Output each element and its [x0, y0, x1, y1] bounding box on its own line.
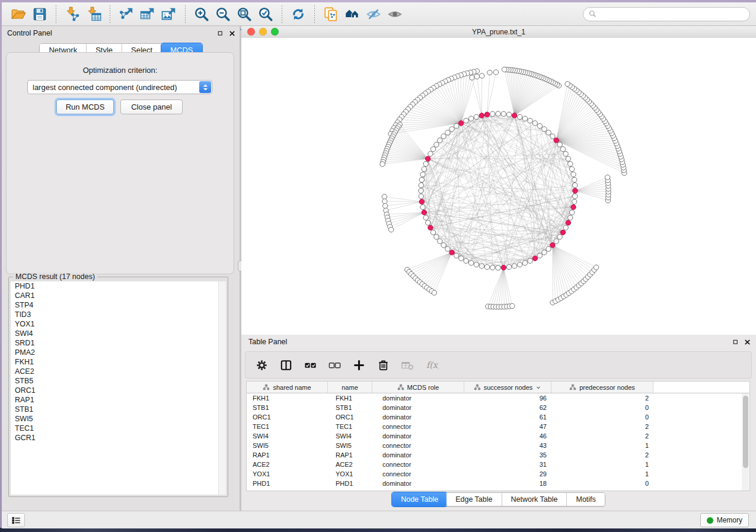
mcds-result-item[interactable]: TID3: [11, 310, 219, 319]
table-scrollbar[interactable]: [742, 393, 749, 491]
column-header-predecessor-nodes[interactable]: predecessor nodes: [551, 382, 653, 393]
table-body: FKH1FKH1dominator962STB1STB1dominator620…: [247, 393, 749, 488]
first-neighbors-icon: [344, 7, 360, 22]
mcds-result-item[interactable]: SRD1: [11, 338, 219, 348]
search-input[interactable]: [597, 9, 745, 19]
network-graph[interactable]: [241, 38, 756, 335]
mcds-panel: Optimization criterion: largest connecte…: [6, 52, 234, 274]
table-row[interactable]: ORC1ORC1dominator610: [247, 412, 749, 422]
delete-column-button[interactable]: [373, 355, 393, 375]
close-table-panel-icon[interactable]: [743, 338, 751, 346]
table-row[interactable]: FKH1FKH1dominator962: [247, 393, 749, 403]
mcds-result-item[interactable]: GCR1: [11, 433, 219, 443]
tab-edge-table[interactable]: Edge Table: [446, 493, 502, 506]
close-window-icon[interactable]: [247, 28, 255, 36]
first-neighbors-button[interactable]: [342, 5, 363, 24]
table-row[interactable]: YOX1YOX1connector291: [247, 469, 749, 479]
export-image-button[interactable]: [158, 5, 180, 24]
control-panel: Control Panel NetworkStyleSelectMCDS Opt…: [2, 26, 240, 511]
table-row[interactable]: SWI4SWI4dominator462: [247, 431, 749, 441]
import-network-button[interactable]: [62, 5, 83, 24]
minimize-window-icon[interactable]: [259, 28, 267, 36]
mcds-result-item[interactable]: STB1: [11, 405, 219, 414]
export-table-button[interactable]: [137, 5, 158, 24]
float-table-panel-icon[interactable]: [731, 338, 739, 346]
save-session-button[interactable]: [29, 5, 50, 24]
mcds-result-item[interactable]: PHD1: [11, 281, 219, 291]
mcds-result-item[interactable]: FKH1: [11, 357, 219, 367]
mcds-result-item[interactable]: CAR1: [11, 291, 219, 300]
table-tabbar: Node TableEdge TableNetwork TableMotifs: [241, 492, 756, 507]
close-panel-icon[interactable]: [228, 29, 236, 37]
zoom-fit-button[interactable]: [234, 5, 255, 24]
table-row[interactable]: SWI5SWI5connector431: [247, 441, 749, 450]
table-row[interactable]: STB1STB1dominator620: [247, 403, 749, 412]
tab-motifs[interactable]: Motifs: [567, 493, 604, 506]
mcds-result-item[interactable]: SWI5: [11, 414, 219, 424]
memory-label: Memory: [717, 516, 742, 524]
tab-node-table[interactable]: Node Table: [392, 492, 447, 507]
show-all-button[interactable]: [384, 5, 406, 24]
table-row[interactable]: PHD1PHD1dominator180: [247, 479, 749, 488]
table-scrollbar-thumb[interactable]: [743, 396, 748, 468]
mcds-result-item[interactable]: SWI4: [11, 329, 219, 338]
column-header-shared-name[interactable]: shared name: [247, 382, 328, 393]
table-cell: ORC1: [247, 412, 328, 422]
column-header-MCDS-role[interactable]: MCDS role: [372, 382, 464, 393]
maximize-window-icon[interactable]: [271, 28, 279, 36]
export-network-button[interactable]: [116, 5, 137, 24]
mcds-result-item[interactable]: TEC1: [11, 424, 219, 433]
criterion-dropdown[interactable]: largest connected component (undirected): [27, 80, 212, 94]
mcds-result-scrollbar[interactable]: [218, 281, 226, 495]
table-cell: 46: [464, 431, 551, 441]
close-mcds-panel-button[interactable]: Close panel: [120, 100, 183, 114]
select-all-columns-button[interactable]: [300, 355, 320, 375]
table-cell: 62: [464, 403, 551, 412]
new-network-from-selection-button[interactable]: [320, 5, 342, 24]
import-table-button[interactable]: [83, 5, 104, 24]
mcds-result-item[interactable]: ORC1: [11, 386, 219, 395]
table-cell: 2: [551, 422, 653, 431]
table-row[interactable]: TEC1TEC1connector472: [247, 422, 749, 431]
column-header-name[interactable]: name: [328, 382, 372, 393]
zoom-selected-button[interactable]: [255, 5, 276, 24]
table-row[interactable]: RAP1RAP1dominator352: [247, 450, 749, 460]
memory-button[interactable]: Memory: [700, 513, 749, 527]
mcds-result-item[interactable]: ACE2: [11, 367, 219, 376]
refresh-button[interactable]: [288, 5, 309, 24]
mcds-result-item[interactable]: RAP1: [11, 395, 219, 405]
run-mcds-button[interactable]: Run MCDS: [56, 100, 114, 114]
node-table[interactable]: shared namenameMCDS rolesuccessor nodesp…: [246, 381, 750, 491]
import-network-icon: [65, 7, 80, 22]
hide-selected-button[interactable]: [363, 5, 384, 24]
hide-selected-icon: [366, 7, 381, 22]
tab-network-table[interactable]: Network Table: [502, 493, 567, 506]
mcds-result-list[interactable]: PHD1CAR1STP4TID3YOX1SWI4SRD1PMA2FKH1ACE2…: [11, 281, 219, 495]
open-file-button[interactable]: [8, 5, 29, 24]
optimization-criterion-label: Optimization criterion:: [7, 66, 234, 75]
task-history-button[interactable]: [7, 513, 25, 527]
table-row[interactable]: ACE2ACE2connector311: [247, 460, 749, 469]
search-box[interactable]: [583, 7, 750, 21]
column-header-successor-nodes[interactable]: successor nodes: [464, 382, 551, 393]
show-columns-button[interactable]: [276, 355, 296, 375]
show-all-icon: [387, 7, 403, 22]
table-cell: 18: [464, 479, 551, 488]
float-panel-icon[interactable]: [216, 29, 224, 37]
table-cell: 29: [464, 469, 551, 479]
table-cell: dominator: [372, 431, 464, 441]
network-window-titlebar[interactable]: YPA_prune.txt_1: [241, 26, 756, 39]
zoom-in-button[interactable]: [191, 5, 212, 24]
table-settings-button[interactable]: [251, 355, 272, 375]
unselect-all-columns-button[interactable]: [324, 355, 344, 375]
mcds-result-item[interactable]: YOX1: [11, 319, 219, 329]
zoom-out-button[interactable]: [212, 5, 234, 24]
zoom-in-icon: [194, 7, 209, 22]
mcds-result-item[interactable]: STP4: [11, 300, 219, 310]
mcds-result-item[interactable]: PMA2: [11, 348, 219, 357]
create-column-button[interactable]: [349, 355, 369, 375]
toolbar-separator: [185, 5, 186, 23]
toolbar-separator: [314, 5, 315, 23]
mcds-result-item[interactable]: STB5: [11, 376, 219, 386]
unselect-all-icon: [328, 358, 342, 372]
